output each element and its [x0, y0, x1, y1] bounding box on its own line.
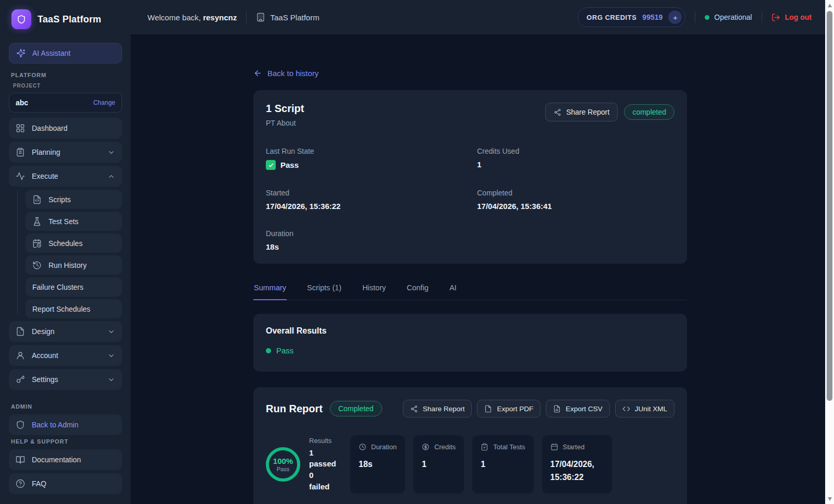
export-pdf-button[interactable]: Export PDF — [477, 400, 541, 417]
sidebar-item-dashboard[interactable]: Dashboard — [9, 118, 122, 139]
chevron-up-icon — [107, 173, 115, 180]
sidebar-item-failure-clusters[interactable]: Failure Clusters — [26, 277, 122, 297]
pass-rate-label: Pass — [277, 466, 289, 472]
calendar-clock-icon — [32, 239, 42, 248]
add-credits-button[interactable]: + — [668, 10, 682, 24]
sidebar-item-label: Report Schedules — [32, 305, 90, 313]
clipboard-check-icon — [481, 443, 488, 451]
sidebar-item-planning[interactable]: Planning — [9, 142, 122, 163]
junit-xml-button[interactable]: JUnit XML — [615, 400, 674, 417]
script-subtitle: PT About — [266, 119, 304, 127]
stat-tiles: Duration 18s Credits 1 — [350, 435, 612, 494]
app-title: TaaS Platform — [38, 14, 101, 25]
section-platform-label: PLATFORM — [11, 72, 120, 78]
sidebar-item-label: Run History — [48, 261, 87, 269]
check-icon — [266, 160, 276, 170]
sidebar-item-report-schedules[interactable]: Report Schedules — [26, 299, 122, 318]
sidebar-item-ai-assistant[interactable]: AI Assistant — [9, 43, 122, 64]
overall-status-text: Pass — [276, 346, 293, 355]
scrollbar-thumb[interactable] — [827, 11, 832, 401]
script-fields: Last Run State Pass Credits Used 1 — [266, 147, 674, 251]
sidebar-item-documentation[interactable]: Documentation — [9, 449, 122, 470]
scrollbar-up-arrow[interactable] — [825, 1, 834, 9]
project-name: abc — [16, 99, 28, 107]
help-circle-icon — [16, 479, 25, 488]
dollar-circle-icon — [422, 443, 430, 451]
share-report-button[interactable]: Share Report — [545, 103, 618, 121]
header-org: TaaS Platform — [256, 13, 319, 22]
section-project-label: PROJECT — [13, 83, 118, 89]
arrow-left-icon — [253, 69, 262, 78]
field-started: Started 17/04/2026, 15:36:22 — [266, 189, 477, 211]
sidebar-item-settings[interactable]: Settings — [9, 369, 122, 390]
run-status-badge: Completed — [330, 401, 382, 416]
clock-icon — [359, 443, 366, 451]
grid-icon — [16, 124, 25, 133]
pass-dot-icon — [266, 348, 271, 353]
field-label: Duration — [266, 229, 477, 238]
content-container: Back to history 1 Script PT About Share … — [253, 69, 687, 504]
sidebar-item-label: Design — [32, 327, 55, 336]
project-change-link[interactable]: Change — [93, 99, 115, 106]
book-open-icon — [16, 455, 25, 464]
field-value: Pass — [280, 161, 299, 169]
flask-icon — [32, 217, 42, 226]
tab-config[interactable]: Config — [406, 279, 429, 300]
sidebar-item-label: Back to Admin — [32, 421, 79, 429]
sidebar-item-faq[interactable]: FAQ — [9, 473, 122, 494]
share-report-button[interactable]: Share Report — [403, 400, 472, 417]
back-to-history-link[interactable]: Back to history — [253, 69, 318, 78]
activity-icon — [16, 171, 25, 181]
shield-logo-icon — [17, 15, 26, 24]
field-value: 17/04/2026, 15:36:22 — [266, 202, 477, 211]
overall-status: Pass — [266, 346, 674, 359]
status-dot — [705, 15, 709, 20]
code-icon — [622, 405, 630, 413]
export-pdf-label: Export PDF — [497, 405, 533, 413]
clipboard-icon — [16, 147, 25, 157]
overall-results-card: Overall Results Pass — [253, 314, 687, 372]
share-icon — [410, 405, 418, 413]
field-completed: Completed 17/04/2026, 15:36:41 — [477, 189, 674, 211]
tab-history[interactable]: History — [362, 279, 386, 300]
stat-tile-total-tests: Total Tests 1 — [472, 435, 533, 494]
sidebar-item-account[interactable]: Account — [9, 345, 122, 366]
calendar-icon — [550, 443, 558, 451]
sidebar-item-scripts[interactable]: Scripts — [26, 190, 122, 209]
sidebar-item-schedules[interactable]: Schedules — [26, 233, 122, 253]
sidebar-item-design[interactable]: Design — [9, 321, 122, 342]
sidebar-item-label: Account — [32, 351, 58, 360]
scrollbar-down-arrow[interactable] — [825, 495, 834, 503]
run-report-title: Run Report — [266, 403, 323, 415]
field-duration: Duration 18s — [266, 229, 477, 251]
sidebar-item-label: Test Sets — [48, 217, 79, 226]
stat-tile-started: Started 17/04/2026, 15:36:22 — [542, 435, 612, 494]
script-title-block: 1 Script PT About — [266, 103, 304, 127]
sidebar-item-run-history[interactable]: Run History — [26, 255, 122, 275]
sidebar-item-label: Documentation — [32, 456, 81, 464]
tab-ai[interactable]: AI — [449, 279, 457, 300]
passed-label: passed — [309, 458, 341, 470]
script-summary-card: 1 Script PT About Share Report completed — [253, 90, 687, 264]
stat-value: 1 — [481, 458, 525, 471]
tab-summary[interactable]: Summary — [253, 279, 287, 300]
tab-scripts[interactable]: Scripts (1) — [306, 279, 342, 300]
sidebar-item-label: Planning — [32, 148, 60, 156]
chevron-down-icon — [107, 376, 115, 384]
field-value: 17/04/2026, 15:36:41 — [477, 202, 674, 211]
results-summary: Results 1 passed 0 failed — [309, 436, 341, 493]
share-report-label: Share Report — [566, 108, 609, 116]
sidebar-item-execute[interactable]: Execute — [9, 166, 122, 187]
export-csv-label: Export CSV — [566, 405, 603, 413]
sidebar-item-back-to-admin[interactable]: Back to Admin — [9, 414, 122, 435]
logout-button[interactable]: Log out — [771, 13, 812, 22]
junit-xml-label: JUnit XML — [635, 405, 667, 413]
stat-label: Total Tests — [493, 443, 525, 451]
main-column: Welcome back, resyncnz TaaS Platform ORG… — [131, 0, 825, 504]
export-csv-button[interactable]: Export CSV — [546, 400, 610, 417]
field-credits-used: Credits Used 1 — [477, 147, 674, 170]
sidebar-nav: AI Assistant PLATFORM PROJECT abc Change… — [0, 43, 131, 494]
sparkles-icon — [16, 48, 26, 58]
stat-tile-credits: Credits 1 — [413, 435, 464, 494]
sidebar-item-test-sets[interactable]: Test Sets — [26, 212, 122, 231]
